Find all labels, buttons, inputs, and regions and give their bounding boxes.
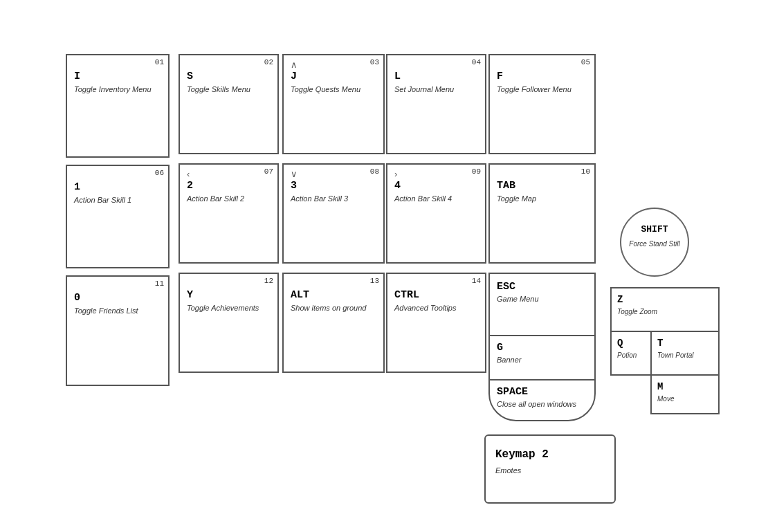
key-cell-08[interactable]: 08∨3Action Bar Skill 3 [282, 163, 385, 264]
key-action-11: Toggle Friends List [74, 306, 138, 315]
key-cell-05[interactable]: 05FToggle Follower Menu [488, 54, 596, 154]
key-num-07: 07 [264, 167, 273, 176]
key-arrow-09: › [394, 169, 397, 179]
key-action-esc: Game Menu [497, 295, 539, 303]
key-num-13: 13 [370, 277, 379, 285]
key-arrow-08: ∨ [291, 169, 298, 179]
key-num-04: 04 [472, 58, 481, 66]
key-num-05: 05 [581, 58, 590, 66]
key-num-10: 10 [581, 167, 590, 176]
key-action-05: Toggle Follower Menu [497, 84, 571, 94]
key-action-01: Toggle Inventory Menu [74, 84, 152, 94]
key-label-12: Y [187, 289, 193, 301]
key-num-01: 01 [155, 58, 164, 66]
key-cell-m[interactable]: MMove [650, 374, 720, 414]
key-cell-t[interactable]: TTown Portal [650, 331, 720, 376]
key-label-t: T [657, 338, 663, 349]
key-label-q: Q [617, 338, 623, 349]
keymap2-label: Keymap 2 [495, 448, 549, 461]
key-action-10: Toggle Map [497, 194, 536, 203]
key-label-08: 3 [291, 180, 297, 192]
key-label-11: 0 [74, 292, 80, 304]
keymap2-box[interactable]: Keymap 2Emotes [484, 434, 616, 504]
key-action-13: Show items on ground [291, 303, 366, 313]
key-action-q: Potion [617, 351, 637, 359]
key-cell-04[interactable]: 04LSet Journal Menu [386, 54, 486, 154]
key-action-shift: Force Stand Still [629, 240, 679, 248]
key-label-04: L [394, 71, 401, 82]
key-label-m: M [657, 381, 663, 392]
key-label-14: CTRL [394, 289, 419, 301]
esc-cluster: ESCGame MenuGBannerSPACEClose all open w… [488, 273, 596, 421]
key-label-space: SPACE [497, 386, 528, 398]
key-label-02: S [187, 71, 193, 82]
key-cell-01[interactable]: 01IToggle Inventory Menu [66, 54, 170, 158]
key-cell-06[interactable]: 061Action Bar Skill 1 [66, 165, 170, 268]
key-cell-03[interactable]: 03∧JToggle Quests Menu [282, 54, 385, 154]
keymap2-sublabel: Emotes [495, 466, 521, 475]
key-label-10: TAB [497, 180, 515, 192]
key-num-09: 09 [472, 167, 481, 176]
key-label-09: 4 [394, 180, 401, 192]
key-label-06: 1 [74, 181, 80, 193]
key-action-12: Toggle Achievements [187, 303, 259, 313]
key-cell-09[interactable]: 09›4Action Bar Skill 4 [386, 163, 486, 264]
key-cell-14[interactable]: 14CTRLAdvanced Tooltips [386, 273, 486, 373]
key-action-04: Set Journal Menu [394, 84, 454, 94]
key-action-06: Action Bar Skill 1 [74, 195, 131, 205]
key-label-z: Z [617, 294, 623, 305]
key-num-02: 02 [264, 58, 273, 66]
key-cell-shift[interactable]: SHIFTForce Stand Still [620, 208, 689, 277]
key-num-03: 03 [370, 58, 379, 66]
key-num-14: 14 [472, 277, 481, 285]
key-label-esc: ESC [497, 281, 515, 293]
key-action-03: Toggle Quests Menu [291, 84, 360, 94]
key-action-z: Toggle Zoom [617, 308, 657, 315]
key-cell-12[interactable]: 12YToggle Achievements [179, 273, 279, 373]
key-label-13: ALT [291, 289, 309, 301]
key-arrow-03: ∧ [291, 59, 298, 70]
key-action-09: Action Bar Skill 4 [394, 194, 452, 203]
key-label-07: 2 [187, 180, 193, 192]
key-cell-11[interactable]: 110Toggle Friends List [66, 275, 170, 386]
key-action-08: Action Bar Skill 3 [291, 194, 348, 203]
key-action-02: Toggle Skills Menu [187, 84, 250, 94]
key-label-05: F [497, 71, 503, 82]
key-action-m: Move [657, 395, 674, 403]
key-cell-z[interactable]: ZToggle Zoom [610, 287, 720, 332]
key-label-g: G [497, 342, 503, 354]
key-cell-02[interactable]: 02SToggle Skills Menu [179, 54, 279, 154]
key-action-g: Banner [497, 356, 521, 364]
key-label-03: J [291, 71, 297, 82]
key-num-06: 06 [155, 169, 164, 177]
key-cell-13[interactable]: 13ALTShow items on ground [282, 273, 385, 373]
key-cell-10[interactable]: 10TABToggle Map [488, 163, 596, 264]
key-label-01: I [74, 71, 80, 82]
key-cell-q[interactable]: QPotion [610, 331, 652, 376]
key-cell-07[interactable]: 07‹2Action Bar Skill 2 [179, 163, 279, 264]
key-num-12: 12 [264, 277, 273, 285]
key-action-14: Advanced Tooltips [394, 303, 457, 313]
key-action-07: Action Bar Skill 2 [187, 194, 244, 203]
key-action-t: Town Portal [657, 351, 693, 359]
key-label-shift: SHIFT [641, 224, 668, 235]
key-arrow-07: ‹ [187, 169, 190, 179]
key-num-08: 08 [370, 167, 379, 176]
key-action-space: Close all open windows [497, 400, 576, 408]
key-num-11: 11 [155, 279, 164, 288]
